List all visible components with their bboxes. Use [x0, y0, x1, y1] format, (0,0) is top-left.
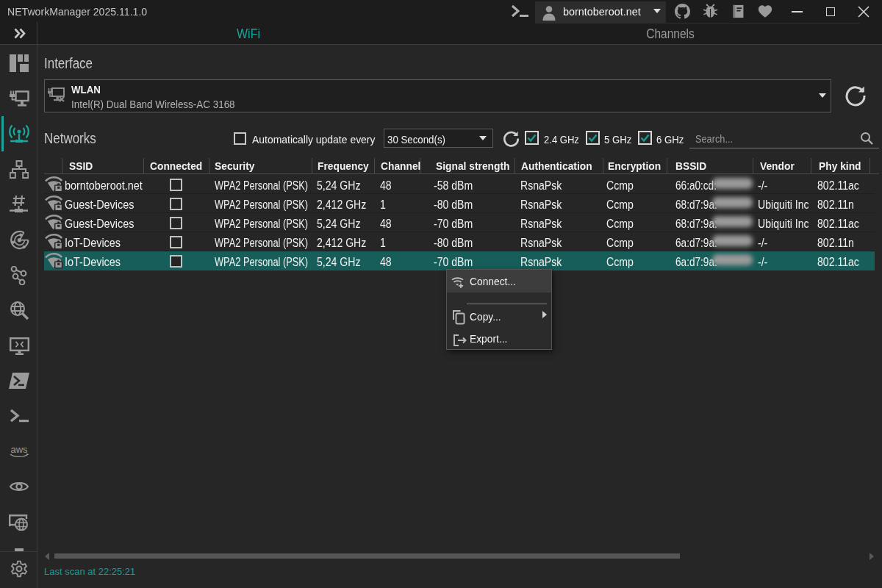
svg-text:aws: aws [10, 445, 28, 455]
